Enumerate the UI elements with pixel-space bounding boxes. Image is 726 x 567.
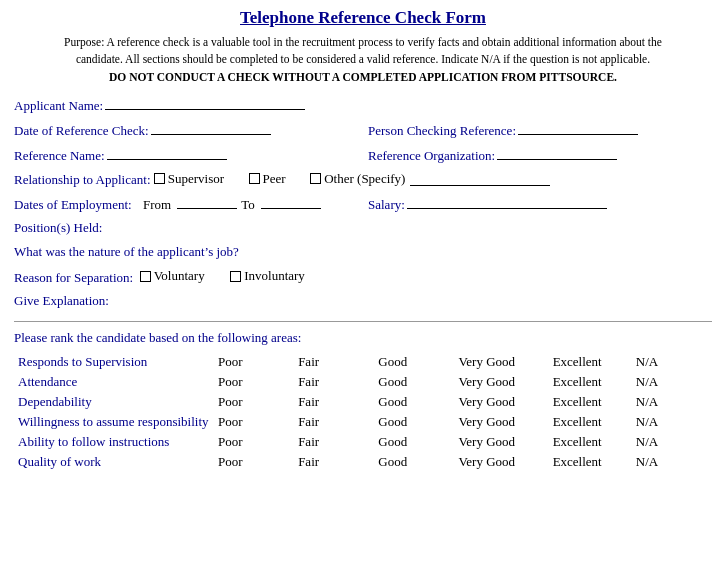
rank-cell: Poor (214, 372, 294, 392)
peer-label: Peer (263, 171, 286, 187)
applicant-name-label: Applicant Name: (14, 98, 103, 114)
give-explanation-row: Give Explanation: (14, 293, 712, 309)
rank-row-label: Willingness to assume responsibility (14, 412, 214, 432)
peer-checkbox[interactable] (249, 173, 260, 184)
reason-separation-label: Reason for Separation: (14, 270, 133, 286)
relationship-label: Relationship to Applicant: (14, 172, 151, 188)
salary-field[interactable] (407, 195, 607, 209)
reason-separation-row: Reason for Separation: Voluntary Involun… (14, 268, 712, 286)
rank-table-row: AttendancePoorFairGoodVery GoodExcellent… (14, 372, 712, 392)
supervisor-checkbox-item[interactable]: Supervisor (154, 171, 224, 187)
supervisor-checkbox[interactable] (154, 173, 165, 184)
salary-label: Salary: (368, 197, 405, 213)
to-field[interactable] (261, 195, 321, 209)
person-checking-label: Person Checking Reference: (368, 123, 516, 139)
purpose-line2: candidate. All sections should be comple… (76, 53, 650, 65)
reference-org-label: Reference Organization: (368, 148, 495, 164)
from-field[interactable] (177, 195, 237, 209)
rank-cell: Very Good (454, 412, 548, 432)
positions-held-label: Position(s) Held: (14, 220, 102, 236)
peer-checkbox-item[interactable]: Peer (249, 171, 286, 187)
reference-org-row: Reference Name: Reference Organization: (14, 146, 712, 171)
rank-cell: N/A (632, 452, 712, 472)
applicant-name-row: Applicant Name: (14, 96, 712, 114)
supervisor-label: Supervisor (168, 171, 224, 187)
voluntary-label: Voluntary (154, 268, 205, 284)
form-title: Telephone Reference Check Form (14, 8, 712, 28)
rank-cell: Very Good (454, 352, 548, 372)
rank-cell: Poor (214, 452, 294, 472)
rank-cell: N/A (632, 432, 712, 452)
person-checking-row: Person Checking Reference: (368, 121, 712, 139)
rank-cell: Fair (294, 452, 374, 472)
rank-cell: Fair (294, 432, 374, 452)
rank-cell: Good (374, 372, 454, 392)
rank-cell: N/A (632, 412, 712, 432)
rank-row-label: Quality of work (14, 452, 214, 472)
employment-salary-row: Dates of Employment: From To Salary: (14, 195, 712, 220)
relationship-row: Relationship to Applicant: Supervisor Pe… (14, 171, 712, 189)
rank-cell: N/A (632, 352, 712, 372)
reference-name-row: Reference Name: (14, 146, 358, 164)
rank-table-row: Quality of workPoorFairGoodVery GoodExce… (14, 452, 712, 472)
to-label: To (241, 197, 255, 213)
give-explanation-label: Give Explanation: (14, 293, 109, 309)
rank-cell: Excellent (549, 432, 632, 452)
rank-cell: Good (374, 452, 454, 472)
nature-of-job-row: What was the nature of the applicant’s j… (14, 244, 712, 260)
other-checkbox[interactable] (310, 173, 321, 184)
from-label: From (143, 197, 171, 213)
other-label: Other (Specify) (324, 171, 405, 187)
rank-cell: Very Good (454, 452, 548, 472)
rank-table-row: Responds to SupervisionPoorFairGoodVery … (14, 352, 712, 372)
other-specify-field[interactable] (410, 172, 550, 186)
rank-cell: Fair (294, 412, 374, 432)
rank-cell: Excellent (549, 392, 632, 412)
rank-table-row: Willingness to assume responsibilityPoor… (14, 412, 712, 432)
date-reference-row: Date of Reference Check: (14, 121, 358, 139)
person-checking-field[interactable] (518, 121, 638, 135)
section-divider (14, 321, 712, 322)
rank-cell: Poor (214, 392, 294, 412)
involuntary-checkbox[interactable] (230, 271, 241, 282)
rank-cell: Fair (294, 372, 374, 392)
involuntary-label: Involuntary (244, 268, 305, 284)
rank-row-label: Attendance (14, 372, 214, 392)
nature-of-job-label: What was the nature of the applicant’s j… (14, 244, 239, 260)
rank-cell: Excellent (549, 452, 632, 472)
date-person-row: Date of Reference Check: Person Checking… (14, 121, 712, 146)
other-checkbox-item[interactable]: Other (Specify) (310, 171, 550, 187)
rank-cell: Excellent (549, 352, 632, 372)
reference-name-field[interactable] (107, 146, 227, 160)
positions-held-row: Position(s) Held: (14, 220, 712, 236)
rank-row-label: Ability to follow instructions (14, 432, 214, 452)
rank-section-title: Please rank the candidate based on the f… (14, 330, 712, 346)
salary-row: Salary: (368, 195, 712, 213)
rank-cell: Poor (214, 352, 294, 372)
rank-cell: Very Good (454, 392, 548, 412)
rank-cell: Poor (214, 412, 294, 432)
relationship-checkboxes: Supervisor Peer Other (Specify) (154, 171, 557, 189)
rank-cell: Poor (214, 432, 294, 452)
date-reference-label: Date of Reference Check: (14, 123, 149, 139)
applicant-name-field[interactable] (105, 96, 305, 110)
voluntary-checkbox-item[interactable]: Voluntary (140, 268, 205, 284)
reference-name-label: Reference Name: (14, 148, 105, 164)
reference-org-field[interactable] (497, 146, 617, 160)
rank-cell: Fair (294, 352, 374, 372)
rank-cell: Very Good (454, 432, 548, 452)
involuntary-checkbox-item[interactable]: Involuntary (230, 268, 305, 284)
rank-table-row: DependabilityPoorFairGoodVery GoodExcell… (14, 392, 712, 412)
employment-dates-label: Dates of Employment: (14, 197, 132, 213)
rank-cell: Good (374, 412, 454, 432)
rank-cell: Good (374, 352, 454, 372)
voluntary-checkbox[interactable] (140, 271, 151, 282)
purpose-text: Purpose: A reference check is a valuable… (14, 34, 712, 86)
rank-cell: Excellent (549, 372, 632, 392)
rank-cell: Good (374, 432, 454, 452)
rank-row-label: Responds to Supervision (14, 352, 214, 372)
rank-cell: N/A (632, 372, 712, 392)
rank-table-row: Ability to follow instructionsPoorFairGo… (14, 432, 712, 452)
purpose-line1: Purpose: A reference check is a valuable… (64, 36, 662, 48)
date-reference-field[interactable] (151, 121, 271, 135)
